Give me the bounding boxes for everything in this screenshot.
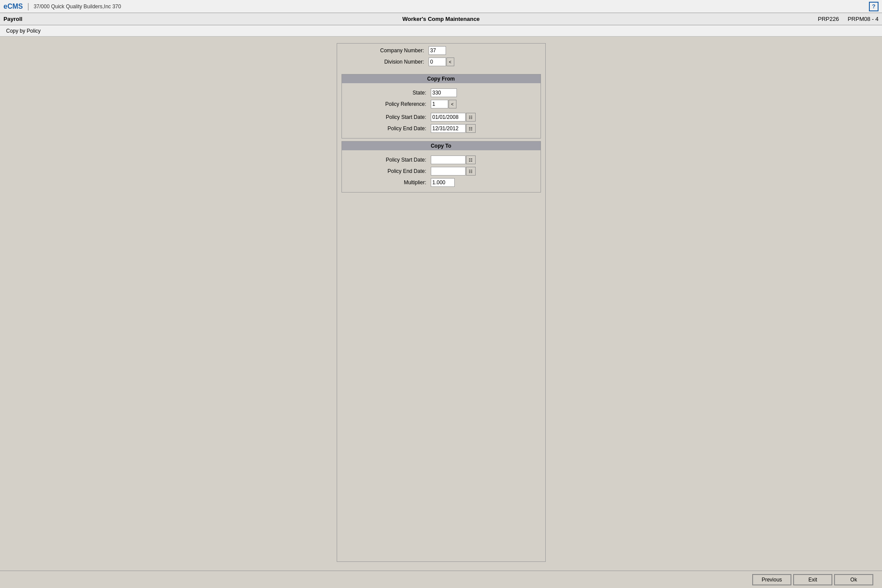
policy-reference-browse-button[interactable]: <: [449, 100, 456, 108]
title-separator: |: [27, 2, 29, 11]
policy-end-date-from-label: Policy End Date:: [344, 125, 431, 132]
page-id: PRPM08 - 4: [848, 16, 879, 22]
menu-bar: Payroll Worker's Comp Maintenance PRP226…: [0, 13, 882, 25]
outer-section: Company Number: Division Number: <: [337, 44, 545, 71]
copy-from-content: State: Policy Reference: < Policy Start …: [342, 86, 541, 138]
state-label: State:: [344, 90, 431, 96]
copy-from-section: Copy From State: Policy Reference: < Pol…: [341, 74, 541, 139]
page-title: Worker's Comp Maintenance: [402, 16, 480, 22]
previous-button[interactable]: Previous: [752, 574, 791, 585]
policy-start-date-from-row: Policy Start Date: ☷: [344, 113, 539, 122]
policy-end-date-to-input[interactable]: [431, 167, 466, 176]
policy-reference-row: Policy Reference: <: [344, 100, 539, 108]
policy-start-date-from-input[interactable]: [431, 113, 466, 122]
submenu-bar: Copy by Policy: [0, 25, 882, 37]
policy-end-date-to-label: Policy End Date:: [344, 168, 431, 174]
policy-end-date-from-input[interactable]: [431, 124, 466, 133]
policy-end-date-to-calendar-button[interactable]: ☷: [466, 167, 476, 176]
policy-end-date-from-calendar-button[interactable]: ☷: [466, 124, 476, 133]
division-number-label: Division Number:: [341, 59, 429, 65]
company-number-row: Company Number:: [341, 46, 541, 55]
division-number-row: Division Number: <: [341, 57, 541, 66]
policy-start-date-to-input[interactable]: [431, 155, 466, 164]
copy-to-section: Copy To Policy Start Date: ☷ Policy End …: [341, 141, 541, 193]
module-name: Payroll: [3, 16, 22, 22]
copy-to-header: Copy To: [342, 142, 541, 150]
copy-to-content: Policy Start Date: ☷ Policy End Date: ☷ …: [342, 153, 541, 192]
policy-start-date-from-calendar-button[interactable]: ☷: [466, 113, 476, 122]
policy-reference-input[interactable]: [431, 100, 448, 108]
state-row: State:: [344, 88, 539, 97]
division-number-input[interactable]: [429, 57, 446, 66]
main-content: Company Number: Division Number: < Copy …: [0, 37, 882, 571]
policy-end-date-from-row: Policy End Date: ☷: [344, 124, 539, 133]
company-number-label: Company Number:: [341, 47, 429, 54]
ok-button[interactable]: Ok: [834, 574, 873, 585]
policy-start-date-to-row: Policy Start Date: ☷: [344, 155, 539, 164]
policy-start-date-to-label: Policy Start Date:: [344, 157, 431, 163]
title-bar: eCMS | 37/000 Quick Quality Builders,Inc…: [0, 0, 882, 13]
multiplier-row: Multiplier:: [344, 178, 539, 187]
menu-bar-right: PRP226 PRPM08 - 4: [818, 16, 879, 22]
policy-start-date-to-calendar-button[interactable]: ☷: [466, 155, 476, 164]
help-button[interactable]: ?: [869, 2, 879, 11]
multiplier-label: Multiplier:: [344, 179, 431, 186]
submenu-copy-by-policy[interactable]: Copy by Policy: [3, 27, 43, 35]
form-panel: Company Number: Division Number: < Copy …: [337, 43, 546, 562]
policy-end-date-to-row: Policy End Date: ☷: [344, 167, 539, 176]
policy-reference-label: Policy Reference:: [344, 101, 431, 107]
copy-from-header: Copy From: [342, 74, 541, 83]
state-input[interactable]: [431, 88, 457, 97]
division-browse-button[interactable]: <: [446, 57, 454, 66]
company-info: 37/000 Quick Quality Builders,Inc 370: [34, 3, 121, 10]
bottom-bar: Previous Exit Ok: [0, 571, 882, 588]
page-code: PRP226: [818, 16, 839, 22]
policy-start-date-from-label: Policy Start Date:: [344, 114, 431, 120]
exit-button[interactable]: Exit: [793, 574, 832, 585]
app-logo: eCMS: [3, 3, 23, 10]
company-number-input[interactable]: [429, 46, 446, 55]
multiplier-input[interactable]: [431, 178, 455, 187]
